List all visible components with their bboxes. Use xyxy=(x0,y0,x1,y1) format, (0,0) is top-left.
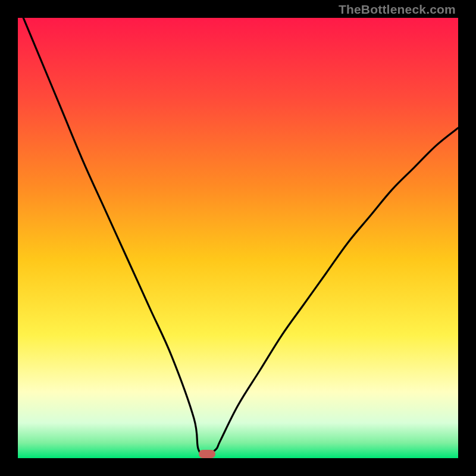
watermark-text: TheBottleneck.com xyxy=(339,2,456,17)
chart-stage: TheBottleneck.com xyxy=(0,0,476,476)
plot-area xyxy=(18,18,458,458)
optimal-point-marker xyxy=(199,450,215,458)
curve-layer xyxy=(18,18,458,458)
bottleneck-curve xyxy=(18,18,458,454)
